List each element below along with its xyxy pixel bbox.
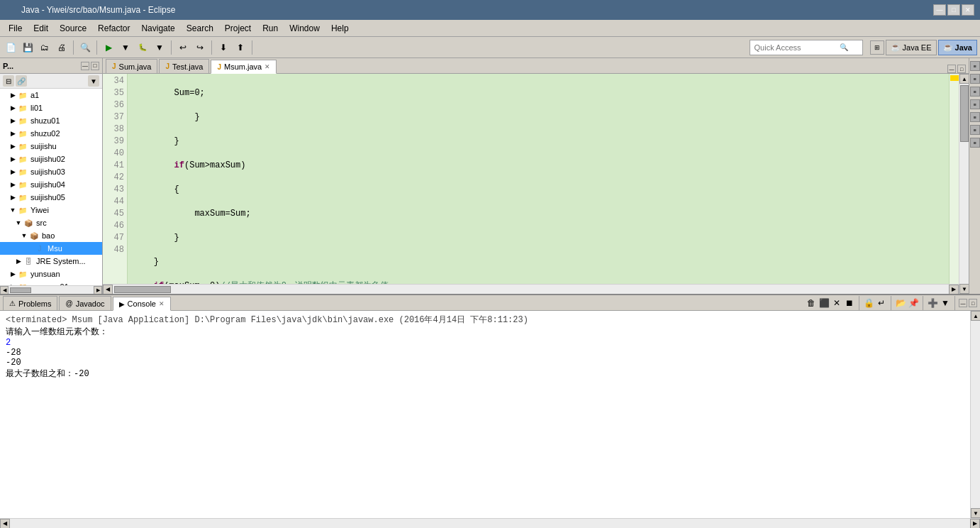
console-pin-button[interactable]: 📌: [908, 297, 919, 309]
hscroll-btn-left[interactable]: ◀: [103, 285, 113, 295]
expand-arrow-suijishu05[interactable]: ▶: [9, 194, 17, 201]
console-stop-button[interactable]: ⬛: [818, 297, 830, 309]
menu-help[interactable]: Help: [325, 22, 355, 35]
console-output-area[interactable]: <terminated> Msum [Java Application] D:\…: [0, 311, 970, 518]
menu-file[interactable]: File: [3, 22, 28, 35]
tab-msum-java[interactable]: J Msum.java ✕: [211, 60, 277, 74]
expand-arrow-a1[interactable]: ▶: [9, 92, 17, 99]
menu-source[interactable]: Source: [54, 22, 92, 35]
tree-item-shuzu02[interactable]: ▶ 📁 shuzu02: [0, 127, 102, 140]
menu-search[interactable]: Search: [181, 22, 219, 35]
console-hscrollbar[interactable]: ◀ ▶: [0, 518, 980, 528]
sidebar-hscrollbar[interactable]: ◀ ▶: [0, 285, 102, 294]
tree-item-li01[interactable]: ▶ 📁 li01: [0, 101, 102, 114]
tab-problems[interactable]: ⚠ Problems: [3, 296, 57, 310]
undo-button[interactable]: ↩: [175, 40, 191, 55]
expand-arrow-suijishu03[interactable]: ▶: [9, 168, 17, 175]
expand-arrow-src[interactable]: ▼: [14, 219, 23, 226]
tree-item-bao[interactable]: ▼ 📦 bao: [0, 229, 102, 242]
console-terminate-button[interactable]: ⏹: [844, 297, 855, 309]
expand-arrow-shuzu01[interactable]: ▶: [9, 117, 17, 124]
editor-maximize-button[interactable]: □: [957, 65, 966, 73]
prev-annotation[interactable]: ⬆: [233, 40, 248, 55]
expand-arrow-jre[interactable]: ▶: [14, 258, 23, 265]
save-all-button[interactable]: 🗂: [37, 40, 52, 55]
right-strip-icon-3[interactable]: ≡: [970, 87, 980, 97]
menu-project[interactable]: Project: [219, 22, 257, 35]
editor-vscrollbar[interactable]: ▲ ▼: [959, 74, 969, 294]
expand-arrow-bao[interactable]: ▼: [20, 232, 28, 239]
console-vscroll-btn-up[interactable]: ▲: [971, 311, 980, 321]
right-strip-icon-4[interactable]: ≡: [970, 99, 980, 109]
tree-item-msu[interactable]: J Msu: [0, 242, 102, 255]
tree-item-yiwei[interactable]: ▼ 📁 Yiwei: [0, 204, 102, 216]
debug-button[interactable]: 🐛: [135, 40, 150, 55]
expand-arrow-suijishu[interactable]: ▶: [9, 143, 17, 150]
editor-minimize-button[interactable]: —: [947, 65, 956, 73]
console-hscroll-btn-right[interactable]: ▶: [970, 519, 980, 529]
tree-item-jre[interactable]: ▶ 🗄 JRE System...: [0, 255, 102, 268]
tab-test-java[interactable]: J Test.java: [159, 59, 209, 73]
link-with-editor-button[interactable]: 🔗: [16, 75, 27, 87]
console-new-button[interactable]: ➕: [927, 297, 938, 309]
tree-item-suijishu03[interactable]: ▶ 📁 suijishu03: [0, 165, 102, 178]
next-annotation[interactable]: ⬇: [216, 40, 231, 55]
vscroll-btn-up[interactable]: ▲: [959, 74, 969, 84]
expand-arrow-shuzu02[interactable]: ▶: [9, 130, 17, 137]
redo-button[interactable]: ↪: [192, 40, 208, 55]
tree-item-suijishu05[interactable]: ▶ 📁 suijishu05: [0, 191, 102, 204]
collapse-all-button[interactable]: ⊟: [3, 75, 14, 87]
tree-item-suijishu[interactable]: ▶ 📁 suijishu: [0, 140, 102, 153]
console-hscroll-btn-left[interactable]: ◀: [0, 519, 10, 529]
tree-item-src[interactable]: ▼ 📦 src: [0, 216, 102, 229]
sidebar-minimize-button[interactable]: —: [81, 62, 89, 70]
right-strip-icon-7[interactable]: ≡: [970, 138, 980, 148]
right-strip-icon-1[interactable]: ≡: [970, 61, 980, 71]
menu-edit[interactable]: Edit: [28, 22, 54, 35]
msum-tab-close-icon[interactable]: ✕: [265, 63, 270, 70]
right-strip-icon-2[interactable]: ≡: [970, 74, 980, 84]
menu-refactor[interactable]: Refactor: [92, 22, 135, 35]
console-scroll-lock-button[interactable]: 🔒: [863, 297, 874, 309]
console-clear-button[interactable]: 🗑: [806, 297, 817, 309]
console-display-select[interactable]: ▼: [940, 297, 951, 309]
expand-arrow-li01[interactable]: ▶: [9, 104, 17, 111]
minimize-button[interactable]: —: [933, 4, 946, 16]
run-button[interactable]: ▶: [101, 40, 116, 55]
code-view[interactable]: 34 35 36 37 38 39 40 41 42 43 44 45: [103, 74, 959, 294]
java-perspective[interactable]: ☕ Java: [938, 40, 977, 55]
console-word-wrap-button[interactable]: ↵: [876, 297, 887, 309]
new-button[interactable]: 📄: [3, 40, 18, 55]
open-perspective-button[interactable]: ⊞: [870, 40, 884, 55]
run-dropdown[interactable]: ▼: [118, 40, 133, 55]
console-vscroll-btn-down[interactable]: ▼: [971, 508, 980, 518]
tree-item-a1[interactable]: ▶ 📁 a1: [0, 89, 102, 101]
sidebar-hscroll-btn-left[interactable]: ◀: [0, 286, 9, 295]
maximize-button[interactable]: □: [947, 4, 960, 16]
menu-navigate[interactable]: Navigate: [135, 22, 180, 35]
tab-console[interactable]: ▶ Console ✕: [113, 297, 171, 311]
tab-sum-java[interactable]: J Sum.java: [106, 59, 157, 73]
expand-arrow-yiwei[interactable]: ▼: [9, 207, 17, 214]
expand-arrow-yunsuan[interactable]: ▶: [9, 270, 17, 277]
console-open-file-button[interactable]: 📂: [895, 297, 906, 309]
tree-item-yunsuan01[interactable]: ▶ 📁 yunsuan01: [0, 280, 102, 285]
tab-javadoc[interactable]: @ Javadoc: [59, 296, 111, 310]
console-tab-close-icon[interactable]: ✕: [159, 300, 165, 307]
tree-item-shuzu01[interactable]: ▶ 📁 shuzu01: [0, 114, 102, 127]
java-ee-perspective[interactable]: ☕ Java EE: [886, 40, 937, 55]
right-strip-icon-6[interactable]: ≡: [970, 125, 980, 135]
menu-run[interactable]: Run: [257, 22, 284, 35]
console-remove-button[interactable]: ✕: [831, 297, 842, 309]
print-button[interactable]: 🖨: [54, 40, 69, 55]
right-strip-icon-5[interactable]: ≡: [970, 112, 980, 122]
sidebar-maximize-button[interactable]: □: [91, 62, 99, 70]
bottom-minimize-button[interactable]: —: [959, 299, 967, 307]
save-button[interactable]: 💾: [20, 40, 35, 55]
sidebar-menu-button[interactable]: ▼: [88, 75, 99, 87]
tree-item-yunsuan[interactable]: ▶ 📁 yunsuan: [0, 268, 102, 280]
sidebar-hscroll-thumb[interactable]: [10, 287, 31, 293]
hscroll-btn-right[interactable]: ▶: [949, 285, 959, 295]
close-button[interactable]: ✕: [962, 4, 974, 16]
editor-hscrollbar[interactable]: ◀ ▶: [103, 284, 959, 294]
